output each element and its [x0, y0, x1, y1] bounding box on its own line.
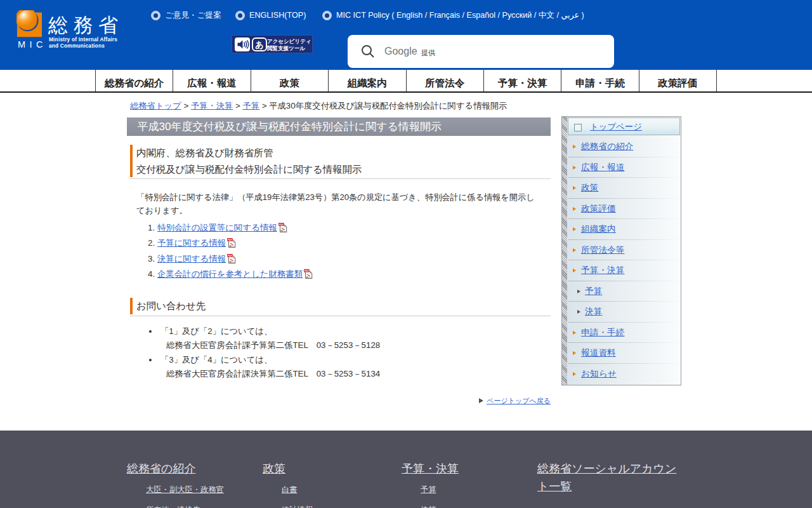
svg-text:PDF: PDF — [278, 224, 284, 226]
svg-text:PDF: PDF — [228, 239, 233, 241]
svg-text:PDF: PDF — [304, 270, 310, 272]
svg-text:あ: あ — [255, 40, 263, 50]
svg-text:PDF: PDF — [228, 254, 233, 257]
